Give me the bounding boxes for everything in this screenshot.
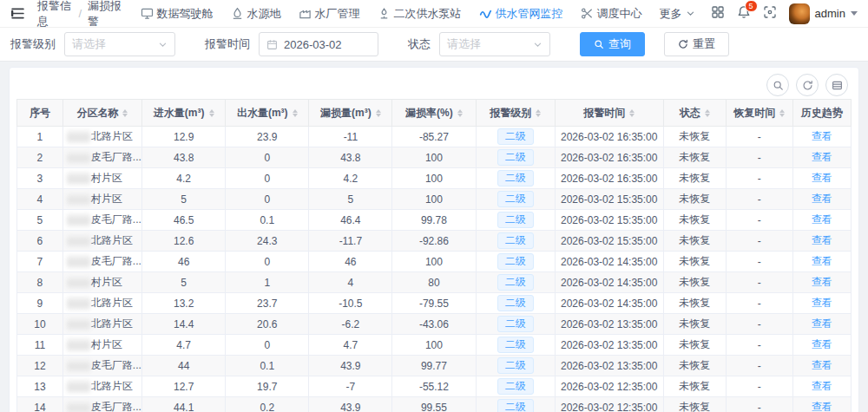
cell-level: 二级 [476,376,555,397]
view-trend-link[interactable]: 查看 [812,130,832,142]
cell-no: 11 [17,335,63,356]
sort-caret-icon[interactable] [376,109,381,117]
table-column-settings-button[interactable] [825,74,848,96]
cell-inflow: 43.8 [142,147,226,168]
redacted-zone-prefix [67,234,90,247]
sort-caret-icon[interactable] [293,109,298,117]
nav-water-plant[interactable]: 水厂管理 [299,6,360,22]
column-header[interactable]: 进水量(m³) [142,100,226,127]
cell-loss: -10.5 [309,293,392,314]
cell-level: 二级 [476,272,555,293]
cell-rate: 100 [392,252,476,272]
nav-secondary-pump-station[interactable]: 二次供水泵站 [378,6,462,22]
filter-time-label: 报警时间 [205,36,250,52]
reset-button[interactable]: 重置 [664,32,729,56]
table-refresh-button[interactable] [796,74,819,96]
column-header[interactable]: 报警级别 [476,100,555,127]
cell-outflow: 0.1 [226,356,309,376]
alarm-level-badge: 二级 [497,295,534,311]
nav-dispatch-center[interactable]: 调度中心 [581,6,642,22]
view-trend-link[interactable]: 查看 [812,359,832,371]
cell-no: 10 [17,314,63,335]
zone-name: 北路片区 [91,380,133,392]
grid-apps-icon[interactable] [711,5,725,23]
alarm-level-badge: 二级 [497,316,534,332]
table-row: 14皮毛厂路...44.10.243.999.55二级2026-03-02 12… [17,397,852,412]
view-trend-link[interactable]: 查看 [812,193,832,205]
column-header[interactable]: 出水量(m³) [226,100,309,127]
cell-level: 二级 [476,293,555,314]
cell-loss: 4.2 [309,168,392,189]
table-search-button[interactable] [766,74,789,96]
sort-caret-icon[interactable] [629,109,635,117]
search-button[interactable]: 查询 [580,32,645,56]
user-menu[interactable]: admin [789,3,858,24]
status-select[interactable]: 请选择 [439,32,550,56]
breadcrumb: 报警信息 / 漏损报警 [37,0,123,29]
alarm-level-badge: 二级 [497,357,534,374]
cell-rate: 80 [392,272,476,293]
cell-loss: 5 [309,189,392,210]
cell-time: 2026-03-02 12:35:00 [555,376,663,397]
view-trend-link[interactable]: 查看 [812,172,832,184]
cell-zone: 北路片区 [62,293,141,314]
view-trend-link[interactable]: 查看 [812,338,832,350]
nav-pipe-network-monitoring[interactable]: 供水管网监控 [479,6,563,22]
cell-loss: 43.9 [309,397,392,412]
view-trend-link[interactable]: 查看 [812,151,832,163]
cell-zone: 村片区 [62,335,141,356]
view-trend-link[interactable]: 查看 [812,234,832,246]
nav-label: 水厂管理 [315,6,360,22]
view-trend-link[interactable]: 查看 [812,276,832,288]
sort-caret-icon[interactable] [779,109,785,117]
redacted-zone-prefix [67,213,90,226]
cell-trend: 查看 [792,314,851,335]
view-trend-link[interactable]: 查看 [812,401,832,412]
column-header[interactable]: 漏损量(m³) [309,100,392,127]
bell-icon[interactable]: 5 [737,5,751,23]
view-trend-link[interactable]: 查看 [812,317,832,330]
column-header[interactable]: 报警时间 [555,100,663,127]
column-header[interactable]: 状态 [663,100,726,127]
view-trend-link[interactable]: 查看 [812,380,832,392]
search-button-label: 查询 [608,36,631,52]
sidebar-collapse-icon[interactable] [10,6,25,21]
cell-no: 4 [17,189,63,210]
column-header[interactable]: 分区名称 [62,100,141,127]
redacted-zone-prefix [67,338,90,351]
cell-loss: -6.2 [309,314,392,335]
breadcrumb-item-alarm-info[interactable]: 报警信息 [37,0,72,29]
nav-water-source[interactable]: 水源地 [231,6,281,22]
cell-trend: 查看 [792,293,851,314]
sort-caret-icon[interactable] [209,109,214,117]
nav-data-cockpit[interactable]: 数据驾驶舱 [141,6,214,22]
alarm-level-select[interactable]: 请选择 [64,32,175,56]
view-trend-link[interactable]: 查看 [812,213,832,226]
table-row: 13北路片区12.719.7-7-55.12二级2026-03-02 12:35… [17,376,852,397]
cell-loss: -11.7 [309,231,392,252]
fullscreen-scan-icon[interactable] [763,5,777,23]
cell-recovery: - [726,397,792,412]
sort-caret-icon[interactable] [705,109,710,117]
cell-trend: 查看 [792,335,851,356]
zone-name: 北路片区 [91,297,133,309]
cell-level: 二级 [476,314,555,335]
dispatch-center-icon [581,7,594,20]
sort-caret-icon[interactable] [457,109,463,117]
cell-no: 3 [17,168,63,189]
cell-inflow: 44 [142,356,226,376]
column-header[interactable]: 漏损率(%) [392,100,476,127]
filter-level-label: 报警级别 [10,36,56,52]
view-trend-link[interactable]: 查看 [812,255,832,267]
column-header[interactable]: 恢复时间 [726,100,792,127]
water-plant-icon [299,7,312,20]
cell-inflow: 14.4 [142,314,226,335]
view-trend-link[interactable]: 查看 [812,297,832,309]
alarm-date-input[interactable]: 2026-03-02 [259,32,378,56]
cell-zone: 皮毛厂路... [62,210,141,231]
alarm-level-badge: 二级 [497,170,534,186]
sort-caret-icon[interactable] [536,109,541,117]
nav-more[interactable]: 更多 [660,6,695,22]
sort-caret-icon[interactable] [122,109,128,117]
cell-rate: -85.27 [392,127,476,147]
